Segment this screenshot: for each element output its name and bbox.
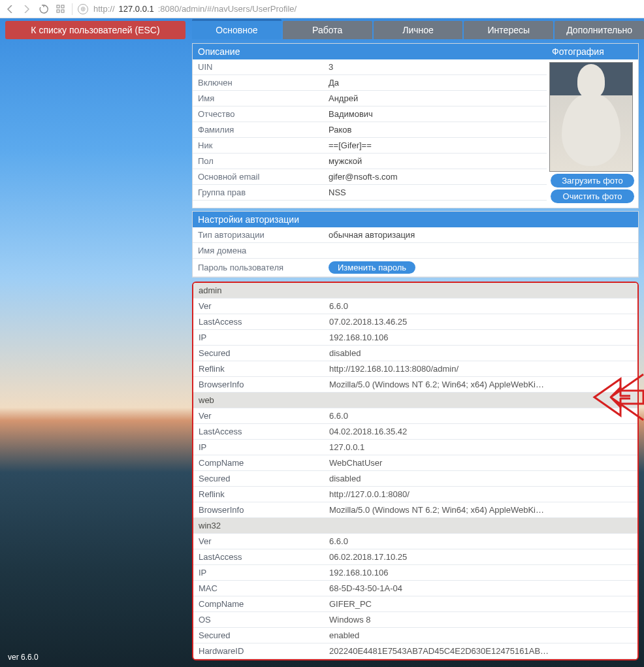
table-row: Ver6.6.0 [193, 534, 637, 549]
session-field-label: BrowserInfo [193, 502, 324, 518]
auth-section: Настройки авторизации Тип авторизацииобы… [192, 211, 639, 278]
surname-label: Фамилия [193, 122, 323, 138]
session-field-label: Ver [193, 408, 324, 424]
domain-value [323, 243, 638, 259]
session-group-header: admin [193, 283, 637, 299]
table-row: BrowserInfoMozilla/5.0 (Windows NT 6.2; … [193, 377, 637, 393]
group-label: Группа прав [193, 185, 323, 201]
tab-personal[interactable]: Личное [374, 21, 463, 39]
nick-label: Ник [193, 138, 323, 154]
table-row: Reflinkhttp://192.168.10.113:8080/admin/ [193, 361, 637, 377]
enabled-label: Включен [193, 75, 323, 91]
name-value: Андрей [323, 91, 547, 106]
patronymic-label: Отчество [193, 106, 323, 122]
session-field-value: WebChatUser [324, 455, 637, 471]
svg-rect-3 [61, 10, 64, 12]
session-field-label: OS [193, 612, 324, 628]
session-field-label: CompName [193, 455, 324, 471]
tab-main[interactable]: Основное [192, 19, 282, 39]
domain-label: Имя домена [193, 243, 323, 259]
session-field-value: Windows 8 [324, 612, 637, 628]
email-label: Основной email [193, 169, 323, 185]
group-value: NSS [323, 185, 547, 201]
table-row: LastAccess06.02.2018.17.10.25 [193, 549, 637, 565]
tab-extra[interactable]: Дополнительно [555, 21, 644, 39]
session-group-header: win32 [193, 518, 637, 534]
session-field-value: 192.168.10.106 [324, 330, 637, 346]
tab-interests[interactable]: Интересы [464, 21, 553, 39]
reload-icon[interactable] [38, 3, 50, 15]
table-row: Secureddisabled [193, 346, 637, 361]
back-to-users-button[interactable]: К списку пользователей (ESC) [5, 21, 185, 39]
nav-forward-icon[interactable] [21, 3, 33, 15]
patronymic-value: Вадимович [323, 106, 547, 122]
svg-rect-1 [61, 5, 64, 8]
session-field-value: 202240E4481E7543AB7AD45C4E2D630E12475161… [324, 643, 637, 659]
auth-type-label: Тип авторизации [193, 227, 323, 243]
session-field-label: IP [193, 440, 324, 455]
table-row: IP192.168.10.106 [193, 565, 637, 581]
tab-work[interactable]: Работа [283, 21, 372, 39]
session-field-label: Reflink [193, 487, 324, 502]
nav-back-icon[interactable] [4, 3, 16, 15]
session-field-value: 192.168.10.106 [324, 565, 637, 581]
photo-header: Фотография [547, 44, 638, 59]
table-row: Securedenabled [193, 628, 637, 643]
svg-rect-0 [57, 5, 59, 8]
session-field-label: Secured [193, 471, 324, 487]
password-label: Пароль пользователя [193, 259, 323, 277]
sex-label: Пол [193, 154, 323, 169]
table-row: IP192.168.10.106 [193, 330, 637, 346]
sex-value: мужской [323, 154, 547, 169]
table-row: HardwareID202240E4481E7543AB7AD45C4E2D63… [193, 643, 637, 659]
session-field-label: IP [193, 565, 324, 581]
session-field-value: 6.6.0 [324, 534, 637, 549]
change-password-button[interactable]: Изменить пароль [329, 261, 415, 274]
table-row: OSWindows 8 [193, 612, 637, 628]
session-field-value: 6.6.0 [324, 299, 637, 314]
session-field-value: 07.02.2018.13.46.25 [324, 314, 637, 330]
globe-icon: ⊕ [78, 4, 88, 14]
session-field-label: CompName [193, 596, 324, 612]
table-row: Reflinkhttp://127.0.0.1:8080/ [193, 487, 637, 502]
nick-value: ==[Gifer]== [323, 138, 547, 154]
table-row: IP127.0.0.1 [193, 440, 637, 455]
profile-tabs: Основное Работа Личное Интересы Дополнит… [192, 21, 644, 41]
table-row: CompNameWebChatUser [193, 455, 637, 471]
session-field-value: 06.02.2018.17.10.25 [324, 549, 637, 565]
session-field-value: 04.02.2018.16.35.42 [324, 424, 637, 440]
sessions-box: adminVer6.6.0LastAccess07.02.2018.13.46.… [192, 282, 639, 660]
table-row: CompNameGIFER_PC [193, 596, 637, 612]
upload-photo-button[interactable]: Загрузить фото [551, 174, 634, 187]
svg-rect-2 [57, 10, 59, 12]
table-row: LastAccess07.02.2018.13.46.25 [193, 314, 637, 330]
session-field-value: 127.0.0.1 [324, 440, 637, 455]
session-field-value: 68-5D-43-50-1A-04 [324, 581, 637, 596]
session-field-label: IP [193, 330, 324, 346]
session-field-label: LastAccess [193, 424, 324, 440]
session-field-value: disabled [324, 346, 637, 361]
session-field-label: MAC [193, 581, 324, 596]
auth-header: Настройки авторизации [193, 212, 638, 227]
uin-label: UIN [193, 59, 323, 75]
session-field-label: HardwareID [193, 643, 324, 659]
session-field-label: Reflink [193, 361, 324, 377]
session-field-value: disabled [324, 471, 637, 487]
session-field-label: LastAccess [193, 549, 324, 565]
table-row: LastAccess04.02.2018.16.35.42 [193, 424, 637, 440]
clear-photo-button[interactable]: Очистить фото [551, 189, 634, 203]
session-field-label: Ver [193, 299, 324, 314]
enabled-value: Да [323, 75, 547, 91]
user-photo [549, 62, 633, 172]
table-row: admin [193, 283, 637, 299]
table-row: MAC68-5D-43-50-1A-04 [193, 581, 637, 596]
name-label: Имя [193, 91, 323, 106]
session-field-label: Secured [193, 346, 324, 361]
url-bar[interactable]: http://127.0.0.1:8080/admin/#/navUsers/U… [93, 4, 640, 14]
session-field-value: GIFER_PC [324, 596, 637, 612]
apps-icon[interactable] [55, 3, 67, 15]
table-row: Ver6.6.0 [193, 299, 637, 314]
session-field-label: LastAccess [193, 314, 324, 330]
uin-value: 3 [323, 59, 547, 75]
session-field-label: BrowserInfo [193, 377, 324, 393]
